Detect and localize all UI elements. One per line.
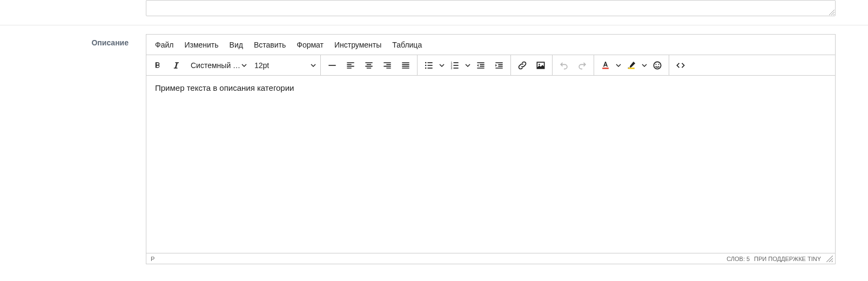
align-center-button[interactable]	[360, 56, 378, 75]
font-size-value: 12pt	[251, 61, 269, 70]
menu-table[interactable]: Таблица	[387, 37, 427, 52]
status-powered-by[interactable]: ПРИ ПОДДЕРЖКЕ TINY	[754, 256, 821, 262]
svg-rect-2	[428, 62, 433, 63]
font-size-select[interactable]: 12pt	[249, 56, 318, 75]
svg-point-14	[539, 64, 540, 65]
bullet-list-caret[interactable]	[438, 63, 446, 68]
toolbar-group-lists: 123	[418, 55, 511, 75]
previous-field-label	[0, 0, 146, 4]
section-divider	[0, 25, 868, 25]
rich-text-editor: Файл Изменить Вид Вставить Формат Инстру…	[146, 34, 836, 264]
align-justify-button[interactable]	[396, 56, 415, 75]
editor-resize-icon[interactable]	[826, 256, 833, 262]
emoji-button[interactable]	[648, 56, 667, 75]
svg-text:3: 3	[451, 66, 453, 69]
toolbar-group-code	[669, 55, 692, 75]
text-color-caret[interactable]	[615, 63, 622, 68]
horizontal-rule-button[interactable]	[323, 56, 341, 75]
bold-button[interactable]	[149, 56, 167, 75]
toolbar-group-insert	[511, 55, 553, 75]
svg-point-18	[656, 64, 657, 65]
svg-rect-8	[454, 62, 459, 63]
image-button[interactable]	[531, 56, 550, 75]
bullet-list-button[interactable]	[420, 56, 438, 75]
description-label: Описание	[0, 34, 146, 47]
italic-button[interactable]	[167, 56, 185, 75]
menu-insert[interactable]: Вставить	[248, 37, 291, 52]
toolbar-group-undo	[553, 55, 594, 75]
svg-rect-15	[602, 68, 609, 69]
menu-view[interactable]: Вид	[224, 37, 248, 52]
status-element-path[interactable]: P	[151, 256, 154, 262]
align-right-button[interactable]	[378, 56, 396, 75]
svg-rect-6	[428, 68, 433, 69]
highlight-color-button[interactable]	[622, 56, 641, 75]
link-button[interactable]	[513, 56, 531, 75]
chevron-down-icon	[241, 61, 247, 70]
toolbar-group-color	[594, 55, 669, 75]
font-family-value: Системный …	[187, 61, 240, 70]
toolbar-group-align	[321, 55, 418, 75]
editor-content[interactable]: Пример текста в описания категории	[146, 76, 835, 253]
menu-tools[interactable]: Инструменты	[329, 37, 387, 52]
menu-edit[interactable]: Изменить	[179, 37, 224, 52]
highlight-color-caret[interactable]	[641, 63, 648, 68]
svg-rect-10	[454, 65, 459, 66]
status-right: СЛОВ: 5 ПРИ ПОДДЕРЖКЕ TINY	[726, 256, 833, 262]
previous-field-row	[0, 0, 868, 16]
svg-point-19	[658, 64, 660, 65]
description-row: Описание Файл Изменить Вид Вставить Форм…	[0, 34, 868, 264]
description-field-col: Файл Изменить Вид Вставить Формат Инстру…	[146, 34, 868, 264]
previous-textarea[interactable]	[146, 0, 836, 16]
numbered-list-caret[interactable]	[464, 63, 472, 68]
editor-statusbar: P СЛОВ: 5 ПРИ ПОДДЕРЖКЕ TINY	[146, 253, 835, 264]
align-left-button[interactable]	[341, 56, 360, 75]
indent-button[interactable]	[490, 56, 508, 75]
svg-rect-12	[454, 68, 459, 69]
source-code-button[interactable]	[671, 56, 690, 75]
editor-toolbar: Системный … 12pt	[146, 55, 835, 76]
font-family-select[interactable]: Системный …	[185, 56, 249, 75]
chevron-down-icon	[311, 61, 316, 70]
svg-rect-0	[328, 65, 335, 66]
svg-rect-4	[428, 65, 433, 66]
text-color-button[interactable]	[596, 56, 615, 75]
svg-point-5	[425, 67, 427, 69]
undo-button[interactable]	[555, 56, 573, 75]
previous-field-col	[146, 0, 868, 16]
toolbar-group-font: Системный … 12pt	[146, 55, 321, 75]
outdent-button[interactable]	[472, 56, 490, 75]
textarea-resize-icon[interactable]	[829, 10, 835, 15]
status-word-count[interactable]: СЛОВ: 5	[726, 256, 750, 262]
svg-point-3	[425, 64, 427, 66]
menu-format[interactable]: Формат	[291, 37, 329, 52]
editor-menubar: Файл Изменить Вид Вставить Формат Инстру…	[146, 35, 835, 55]
menu-file[interactable]: Файл	[150, 37, 179, 52]
svg-rect-16	[628, 68, 635, 69]
numbered-list-button[interactable]: 123	[446, 56, 464, 75]
svg-point-17	[654, 62, 661, 69]
svg-point-1	[425, 62, 427, 63]
redo-button[interactable]	[573, 56, 591, 75]
